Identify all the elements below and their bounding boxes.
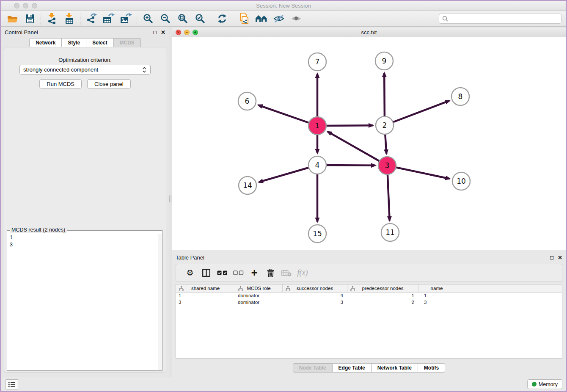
- close-panel-button[interactable]: Close panel: [87, 79, 131, 88]
- refresh-button[interactable]: [213, 12, 231, 25]
- graph-node-1[interactable]: 1: [308, 117, 326, 135]
- memory-label: Memory: [539, 381, 558, 387]
- graph-node-7[interactable]: 7: [308, 53, 326, 71]
- graph-node-15[interactable]: 15: [308, 225, 326, 243]
- import-network-button[interactable]: [43, 12, 61, 25]
- graph-node-11[interactable]: 11: [381, 224, 399, 241]
- tab-motifs[interactable]: Motifs: [418, 363, 445, 373]
- window-title: Session: New Session: [256, 3, 311, 9]
- table-panel-header: Table Panel ◻ ✕: [172, 252, 566, 263]
- close-panel-icon[interactable]: ✕: [161, 30, 165, 35]
- tree-icon: [179, 286, 184, 292]
- open-file-button[interactable]: [4, 12, 21, 25]
- network-window-title: scc.txt: [361, 29, 377, 36]
- column-header-shared-name[interactable]: shared name: [176, 284, 235, 292]
- show-all-button[interactable]: [287, 12, 305, 25]
- save-session-button[interactable]: [21, 12, 39, 25]
- cell-predecessor-nodes[interactable]: 2: [347, 299, 418, 306]
- minimize-window-button[interactable]: [23, 3, 28, 8]
- mcds-result-text[interactable]: 1 3: [8, 233, 157, 370]
- tab-network[interactable]: Network: [29, 38, 62, 47]
- control-panel: Control Panel ◻ ✕ NetworkStyleSelectMCDS…: [1, 27, 169, 377]
- zoom-out-button[interactable]: [157, 12, 174, 25]
- column-header-predecessor-nodes[interactable]: predecessor nodes: [347, 284, 418, 292]
- search-field[interactable]: [439, 14, 561, 24]
- search-input[interactable]: [450, 14, 561, 23]
- cell-predecessor-nodes[interactable]: 1: [347, 293, 418, 299]
- graph-node-14[interactable]: 14: [239, 177, 256, 194]
- tab-style[interactable]: Style: [62, 38, 86, 47]
- graph-node-10[interactable]: 10: [452, 172, 470, 190]
- column-header-mcds-role[interactable]: MCDS role: [235, 284, 283, 292]
- import-table-button[interactable]: [61, 12, 78, 25]
- delete-column-button[interactable]: [262, 269, 278, 277]
- zoom-in-button[interactable]: [139, 12, 157, 25]
- table-panel-title: Table Panel: [176, 254, 204, 261]
- graph-node-6[interactable]: 6: [238, 92, 256, 110]
- table-row-1[interactable]: 3dominator323: [176, 299, 562, 306]
- dropdown-spinner-icon: [142, 66, 147, 73]
- add-column-button[interactable]: +: [246, 266, 262, 279]
- tab-network-table[interactable]: Network Table: [372, 363, 418, 373]
- clone-network-button[interactable]: [235, 12, 253, 25]
- task-history-button[interactable]: [6, 379, 18, 389]
- column-header-name[interactable]: name: [418, 284, 455, 292]
- toolbar-separator: [211, 13, 211, 25]
- cell-successor-nodes[interactable]: 3: [283, 299, 347, 306]
- hide-selected-button[interactable]: [270, 12, 287, 25]
- export-table-button[interactable]: [100, 12, 117, 25]
- node-table: shared nameMCDS rolesuccessor nodesprede…: [176, 284, 562, 359]
- deselect-all-button[interactable]: [230, 271, 246, 275]
- network-graph[interactable]: 7968124314101511: [172, 37, 566, 250]
- graph-node-2[interactable]: 2: [376, 116, 394, 134]
- criterion-dropdown[interactable]: strongly connected component: [19, 65, 151, 75]
- application-window: Session: New Session: [0, 0, 567, 392]
- network-window-titlebar[interactable]: × − + scc.txt: [172, 28, 566, 37]
- close-table-panel-icon[interactable]: ✕: [558, 255, 562, 260]
- edge-3-10[interactable]: [387, 166, 450, 179]
- graph-node-8[interactable]: 8: [451, 88, 469, 105]
- run-mcds-button[interactable]: Run MCDS: [39, 79, 82, 88]
- result-scrollbar[interactable]: [158, 234, 162, 370]
- svg-text:11: 11: [385, 228, 395, 237]
- table-settings-button[interactable]: ⚙: [182, 268, 198, 278]
- splitter-grip[interactable]: [169, 196, 171, 202]
- graph-node-3[interactable]: 3: [378, 157, 396, 174]
- cell-shared-name[interactable]: 1: [176, 293, 235, 299]
- open-folder-icon: [7, 14, 18, 23]
- zoom-selected-button[interactable]: [191, 12, 209, 25]
- tab-mcds[interactable]: MCDS: [114, 38, 141, 47]
- memory-button[interactable]: Memory: [527, 379, 562, 389]
- network-canvas[interactable]: 7968124314101511: [172, 37, 566, 250]
- first-neighbors-button[interactable]: [253, 12, 270, 25]
- cell-mcds-role[interactable]: dominator: [235, 299, 283, 306]
- graph-node-4[interactable]: 4: [308, 156, 326, 174]
- panel-splitter[interactable]: [169, 27, 172, 377]
- export-network-button[interactable]: [83, 12, 100, 25]
- edge-3-1[interactable]: [328, 132, 387, 166]
- tree-icon: [286, 286, 290, 292]
- maximize-network-button[interactable]: +: [193, 30, 198, 35]
- cell-successor-nodes[interactable]: 4: [283, 293, 347, 299]
- edge-2-8[interactable]: [385, 101, 449, 125]
- column-header-successor-nodes[interactable]: successor nodes: [283, 284, 347, 292]
- close-window-button[interactable]: [14, 3, 19, 8]
- float-panel-icon[interactable]: ◻: [153, 30, 157, 35]
- tab-node-table[interactable]: Node Table: [293, 363, 333, 373]
- cell-mcds-role[interactable]: dominator: [235, 293, 283, 299]
- minimize-network-button[interactable]: −: [184, 30, 190, 35]
- select-all-button[interactable]: [214, 271, 230, 275]
- cell-name[interactable]: 1: [418, 293, 455, 299]
- graph-node-9[interactable]: 9: [375, 52, 393, 70]
- cell-name[interactable]: 3: [418, 299, 455, 306]
- float-table-panel-icon[interactable]: ◻: [550, 255, 554, 260]
- tab-select[interactable]: Select: [86, 38, 113, 47]
- show-columns-button[interactable]: [198, 269, 214, 277]
- zoom-fit-button[interactable]: [174, 12, 191, 25]
- cell-shared-name[interactable]: 3: [176, 299, 235, 306]
- maximize-window-button[interactable]: [32, 3, 37, 8]
- close-network-button[interactable]: ×: [176, 30, 181, 35]
- export-image-button[interactable]: [117, 12, 135, 25]
- tab-edge-table[interactable]: Edge Table: [333, 363, 372, 373]
- table-row-0[interactable]: 1dominator411: [176, 293, 562, 299]
